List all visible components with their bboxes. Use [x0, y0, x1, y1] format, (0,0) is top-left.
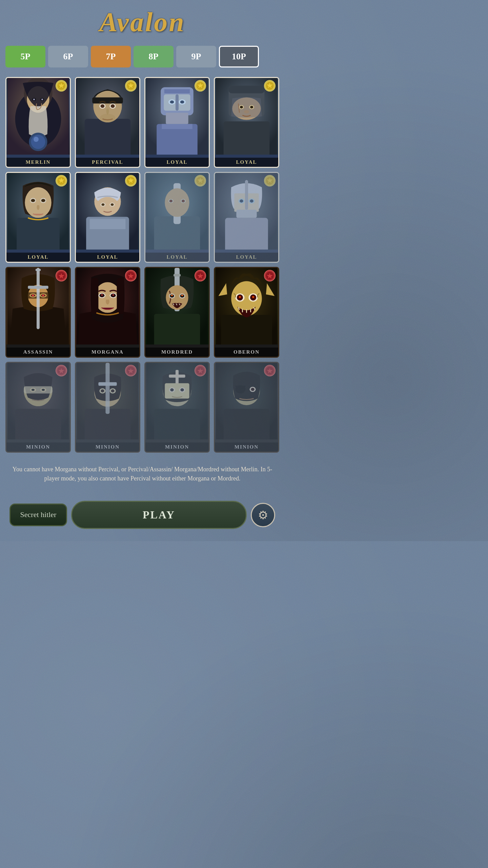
svg-point-45 [240, 106, 243, 108]
svg-rect-143 [15, 409, 61, 439]
card-minion-4-label: MINION [215, 442, 278, 452]
tab-5p[interactable]: 5P [5, 46, 45, 67]
tab-8p[interactable]: 8P [134, 46, 174, 67]
svg-rect-39 [224, 121, 270, 155]
card-minion-2[interactable]: MINION [75, 362, 140, 453]
svg-point-32 [170, 100, 174, 103]
badge-percival [125, 80, 137, 92]
svg-rect-26 [162, 124, 192, 129]
card-morgana[interactable]: MORGANA [75, 267, 140, 358]
badge-merlin [56, 80, 67, 92]
badge-assassin [56, 270, 67, 281]
card-minion-3-label: MINION [145, 442, 209, 452]
card-mordred[interactable]: MORDRED [144, 267, 210, 358]
badge-oberon [264, 270, 276, 281]
svg-rect-105 [28, 286, 48, 289]
card-oberon[interactable]: OBERON [214, 267, 279, 358]
card-percival[interactable]: PERCIVAL [75, 77, 140, 168]
svg-point-102 [42, 295, 45, 296]
svg-rect-28 [164, 89, 190, 93]
svg-point-101 [32, 295, 35, 296]
card-loyal-3[interactable]: LOYAL [5, 172, 71, 263]
svg-point-157 [111, 390, 115, 393]
character-card-grid: MERLIN [5, 77, 279, 453]
bottom-bar: Secret hitler PLAY ⚙ [5, 495, 279, 534]
card-loyal-1[interactable]: LOYAL [144, 77, 210, 168]
tab-6p[interactable]: 6P [48, 46, 88, 67]
card-mordred-label: MORDRED [145, 348, 209, 357]
svg-point-19 [100, 104, 104, 108]
svg-rect-16 [92, 97, 123, 103]
svg-point-169 [170, 388, 174, 391]
svg-point-47 [244, 110, 249, 113]
svg-rect-121 [174, 274, 181, 277]
svg-point-79 [170, 200, 172, 202]
settings-button[interactable]: ⚙ [251, 503, 275, 527]
svg-rect-34 [176, 94, 179, 111]
tab-9p[interactable]: 9P [176, 46, 216, 67]
svg-point-6 [33, 99, 35, 100]
svg-rect-158 [105, 363, 109, 414]
card-loyal-5[interactable]: LOYAL [144, 172, 210, 263]
svg-rect-51 [17, 218, 60, 250]
play-button[interactable]: PLAY [71, 501, 247, 529]
card-assassin-label: ASSASSIN [6, 348, 70, 357]
svg-point-67 [111, 203, 114, 206]
svg-point-115 [101, 294, 103, 296]
badge-loyal-3 [56, 175, 67, 186]
svg-rect-165 [169, 375, 185, 378]
svg-rect-145 [24, 386, 52, 393]
card-oberon-label: OBERON [215, 348, 278, 357]
svg-rect-41 [229, 86, 264, 94]
card-merlin[interactable]: MERLIN [5, 77, 71, 168]
svg-rect-110 [117, 278, 124, 314]
svg-point-89 [250, 199, 253, 202]
svg-rect-162 [154, 409, 200, 439]
card-loyal-2[interactable]: LOYAL [214, 77, 279, 168]
card-assassin[interactable]: ASSASSIN [5, 267, 71, 358]
svg-rect-91 [236, 210, 257, 218]
badge-loyal-2 [264, 80, 276, 92]
card-loyal-1-label: LOYAL [145, 158, 209, 167]
secret-hitler-button[interactable]: Secret hitler [9, 504, 67, 526]
svg-rect-90 [245, 180, 248, 210]
card-minion-4[interactable]: MINION [214, 362, 279, 453]
card-minion-1[interactable]: MINION [5, 362, 71, 453]
svg-rect-35 [166, 113, 188, 124]
svg-rect-84 [225, 218, 268, 250]
svg-point-33 [180, 100, 184, 103]
svg-rect-131 [221, 315, 272, 344]
svg-point-46 [250, 106, 253, 108]
badge-minion-2 [125, 365, 137, 376]
gear-icon: ⚙ [258, 508, 268, 522]
svg-point-127 [171, 295, 173, 296]
tab-10p[interactable]: 10P [219, 46, 259, 67]
card-loyal-2-label: LOYAL [215, 158, 278, 167]
svg-point-20 [111, 104, 115, 108]
card-loyal-3-label: LOYAL [6, 253, 70, 262]
svg-rect-166 [165, 383, 189, 398]
svg-point-55 [31, 199, 35, 202]
svg-point-56 [41, 199, 45, 202]
svg-rect-14 [85, 119, 131, 155]
svg-rect-104 [36, 269, 41, 271]
svg-rect-109 [91, 278, 98, 314]
svg-point-148 [32, 389, 35, 391]
tab-7p[interactable]: 7P [91, 46, 131, 67]
rules-notes: You cannot have Morgana without Percival… [5, 459, 279, 489]
card-morgana-label: MORGANA [76, 348, 139, 357]
svg-point-80 [182, 200, 184, 202]
card-loyal-4[interactable]: LOYAL [75, 172, 140, 263]
player-tabs: 5P 6P 7P 8P 9P 10P [5, 46, 279, 67]
svg-point-149 [42, 389, 45, 391]
badge-minion-4 [264, 365, 276, 376]
svg-point-10 [34, 137, 39, 142]
card-minion-3[interactable]: MINION [144, 362, 210, 453]
svg-point-139 [239, 296, 241, 298]
badge-loyal-1 [195, 80, 206, 92]
svg-point-52 [25, 187, 51, 218]
svg-point-9 [31, 135, 45, 149]
svg-rect-173 [224, 409, 270, 439]
card-loyal-6[interactable]: LOYAL [214, 172, 279, 263]
badge-minion-3 [195, 365, 206, 376]
